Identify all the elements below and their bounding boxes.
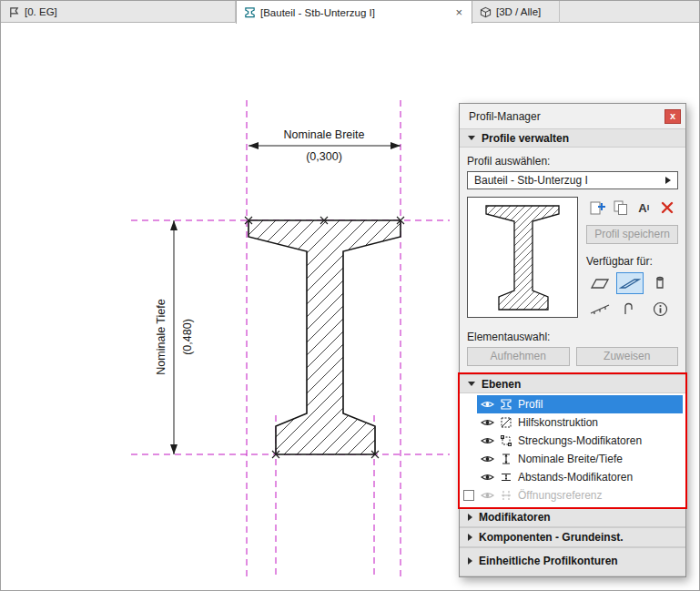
layer-row-hilfskonstruktion[interactable]: Hilfskonstruktion [460,413,685,432]
section-header-profile-verwalten[interactable]: Profile verwalten [460,128,685,148]
panel-titlebar[interactable]: Profil-Manager x [460,104,685,128]
available-for-label: Verfügbar für: [586,255,678,268]
layer-row-oeffnungsreferenz[interactable]: Öffnungsreferenz [460,486,685,504]
column-icon[interactable] [646,272,674,294]
tab-floor-plan[interactable]: [0. EG] [1,1,236,23]
tab-label: [3D / Alle] [496,6,541,17]
arrow-up-icon [170,220,178,230]
available-for-grid [586,272,678,320]
collapsed-sections: Modifikatoren Komponenten - Grundeinst. … [460,507,685,576]
save-profile-button[interactable]: Profil speichern [586,225,678,244]
width-dim-value: (0,300) [306,150,342,163]
new-profile-icon[interactable] [586,198,608,218]
chevron-right-icon [468,534,472,541]
section-header-modifikatoren[interactable]: Modifikatoren [460,507,685,527]
tab-label: [0. EG] [25,6,57,17]
layer-row-abstands-modifikatoren[interactable]: Abstands-Modifikatoren [460,468,685,486]
opening-reference-icon [500,489,512,502]
rename-icon-sup: I [647,203,650,212]
arrow-down-icon [170,444,178,454]
chevron-down-icon [468,136,475,140]
layer-label: Abstands-Modifikatoren [518,471,633,484]
layer-label: Profil [518,398,543,411]
opening-reference-checkbox[interactable] [463,490,474,501]
info-icon[interactable] [646,298,674,320]
chevron-down-icon [468,382,475,386]
section-label: Einheitliche Profilkonturen [479,555,618,567]
section-header-profilkonturen[interactable]: Einheitliche Profilkonturen [460,547,685,576]
chevron-right-icon [468,557,472,565]
layer-list: Profil Hilfskonstruktion [460,393,685,507]
beam-icon[interactable] [616,272,644,294]
tab-3d[interactable]: [3D / Alle] [472,1,560,23]
section-label: Ebenen [482,378,521,391]
chevron-right-icon [468,514,472,521]
preview-beam-outline [486,206,559,310]
panel-close-button[interactable]: x [664,109,681,124]
depth-dim-label: Nominale Tiefe [155,299,167,374]
section-label: Profile verwalten [482,132,569,145]
app-window: [0. EG] [Bauteil - Stb-Unterzug I] × [3D… [0,0,700,591]
select-profile-label: Profil auswählen: [467,155,678,168]
profile-layer-icon [500,398,512,411]
profile-tab-icon [244,6,256,18]
section-header-ebenen[interactable]: Ebenen [460,374,685,393]
panel-title: Profil-Manager [469,110,664,123]
profile-preview [467,197,578,318]
layer-label: Nominale Breite/Tiefe [518,453,623,465]
arrow-right-icon [391,142,401,149]
beam-profile-shape[interactable] [249,220,401,454]
section-header-komponenten[interactable]: Komponenten - Grundeinst. [460,527,685,547]
section-label: Modifikatoren [479,511,551,524]
floor-plan-icon [8,6,20,18]
beam-outline [249,220,401,454]
rename-icon-letter: A [638,201,646,215]
stretch-modifier-icon [500,434,512,447]
nominal-guide-lines[interactable] [131,100,450,576]
arrow-left-icon [249,142,259,149]
profile-select-value: Bauteil - Stb-Unterzug I [474,174,665,187]
cube-3d-icon [480,6,492,18]
layer-label: Streckungs-Modifikatoren [518,434,642,447]
handrail-icon[interactable] [616,298,644,320]
tab-bar: [0. EG] [Bauteil - Stb-Unterzug I] × [3D… [1,1,699,23]
manage-section-content: Profil auswählen: Bauteil - Stb-Unterzug… [460,148,685,374]
eye-icon[interactable] [481,400,494,409]
rename-profile-icon[interactable]: AI [633,198,654,218]
tab-close-icon[interactable]: × [453,5,464,19]
eye-icon[interactable] [481,418,494,427]
chevron-right-icon [665,177,671,184]
railing-icon[interactable] [586,298,614,320]
layer-row-streckungs-modifikatoren[interactable]: Streckungs-Modifikatoren [460,432,685,450]
depth-dim-value: (0,480) [181,319,194,355]
eye-icon[interactable] [481,473,494,482]
eye-icon[interactable] [481,491,494,500]
width-dim-label: Nominale Breite [284,128,365,141]
profil-manager-panel: Profil-Manager x Profile verwalten Profi… [459,103,686,577]
helper-construction-icon [500,416,512,429]
layer-label: Öffnungsreferenz [518,489,603,502]
tab-label: [Bauteil - Stb-Unterzug I] [260,7,375,18]
profile-select-dropdown[interactable]: Bauteil - Stb-Unterzug I [467,171,678,189]
section-label: Komponenten - Grundeinst. [479,531,624,544]
assign-button[interactable]: Zuweisen [576,347,679,366]
wall-icon[interactable] [586,272,614,294]
delete-profile-icon[interactable] [656,198,678,218]
width-dimension[interactable]: Nominale Breite (0,300) [249,128,401,163]
layer-row-profil[interactable]: Profil [460,395,685,413]
element-selection-label: Elementauswahl: [467,331,678,343]
duplicate-profile-icon[interactable] [610,198,632,218]
tab-profile-editor[interactable]: [Bauteil - Stb-Unterzug I] × [236,1,472,24]
layer-label: Hilfskonstruktion [518,416,598,429]
depth-dimension[interactable]: Nominale Tiefe (0,480) [155,220,194,454]
layers-section-annotated: Ebenen Profil [460,374,685,507]
eye-icon[interactable] [481,436,494,445]
offset-modifier-icon [500,471,512,484]
pick-up-button[interactable]: Aufnehmen [467,347,570,366]
nominal-size-icon [500,453,512,465]
eye-icon[interactable] [481,454,494,464]
layer-row-nominale-breite-tiefe[interactable]: Nominale Breite/Tiefe [460,450,685,468]
